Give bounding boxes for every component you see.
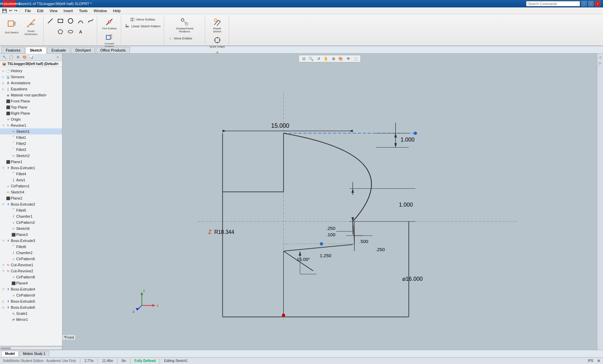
- sidebar-item-cirpattern8[interactable]: ○ CirPattern8: [0, 274, 62, 280]
- sidebar-icon-2[interactable]: 📋: [8, 54, 14, 60]
- display-delete-relations-button[interactable]: Display/Delete Relations: [166, 16, 203, 34]
- sidebar-item-cut-revolve2[interactable]: ▽ ↻ Cut-Revolve2: [0, 268, 62, 274]
- sidebar-item-sensors[interactable]: ▷ 📡 Sensors: [0, 74, 62, 80]
- right-expand-btn[interactable]: ▷: [598, 61, 603, 65]
- quick-save-icon[interactable]: 💾: [1, 8, 8, 13]
- sidebar-item-material[interactable]: ◈ Material <not specified>: [0, 92, 62, 98]
- sidebar-item-plane1[interactable]: ⬛ Plane1: [0, 159, 62, 165]
- tab-dimxpert[interactable]: DimXpert: [71, 47, 95, 53]
- ellipse-button[interactable]: [66, 27, 75, 36]
- sidebar-item-top-plane[interactable]: ⬛ Top Plane: [0, 104, 62, 110]
- sidebar-item-sketch1[interactable]: ✏ Sketch1: [0, 128, 62, 134]
- menu-help[interactable]: Help: [110, 8, 124, 13]
- menu-edit[interactable]: Edit: [34, 8, 46, 13]
- sidebar-item-annotations[interactable]: ▷ A Annotations: [0, 80, 62, 86]
- part-title[interactable]: 📦 TSLbogger38(left half) (Default<: [0, 61, 62, 67]
- sidebar-item-cirpattern9[interactable]: ○ CirPattern9: [0, 292, 62, 298]
- tab-sketch[interactable]: Sketch: [25, 47, 46, 54]
- sidebar-item-origin[interactable]: ✛ Origin: [0, 116, 62, 122]
- sidebar-item-mirror1[interactable]: ⇌ Mirror1: [0, 316, 62, 323]
- sidebar-item-sketch6[interactable]: ✏ Sketch6: [0, 225, 62, 232]
- quick-snaps-button[interactable]: Quick Snaps: [208, 34, 226, 50]
- sidebar-item-chamfer1[interactable]: / Chamfer1: [0, 213, 62, 219]
- line-button[interactable]: [46, 16, 55, 26]
- sidebar-item-chamfer2[interactable]: / Chamfer2: [0, 250, 62, 256]
- sidebar-item-history[interactable]: ▷ 🕐 History: [0, 68, 62, 74]
- text-button[interactable]: A: [76, 27, 85, 36]
- sidebar-item-fillet1[interactable]: ⌒ Fillet1: [0, 134, 62, 141]
- sidebar-scrollbar[interactable]: [0, 346, 62, 350]
- canvas-area[interactable]: ⊡ 🔍 ↺ ✋ ⊞ 🎨 👁 ⬚: [62, 54, 597, 350]
- sidebar-item-plane2[interactable]: ⬛ Plane2: [0, 195, 62, 201]
- scroll-track[interactable]: [0, 347, 62, 350]
- sidebar-expand-btn[interactable]: »: [55, 54, 61, 60]
- sidebar-item-boss-extrude2[interactable]: ▽ ⬆ Boss-Extrude2: [0, 201, 62, 207]
- sidebar-item-fillet5[interactable]: ⌒ Fillet5: [0, 207, 62, 213]
- sidebar-item-boss-extrude3[interactable]: ▽ ⬆ Boss-Extrude3: [0, 238, 62, 244]
- close-button[interactable]: ×: [595, 1, 600, 6]
- sidebar-item-fillet3[interactable]: ⌒ Fillet3: [0, 147, 62, 153]
- sidebar-item-sketch4[interactable]: ✏ Sketch4: [0, 189, 62, 195]
- sidebar-item-fillet6[interactable]: ⌒ Fillet6: [0, 244, 62, 250]
- menu-tools[interactable]: Tools: [76, 8, 90, 13]
- sidebar-item-cut-revolve1[interactable]: ▽ ↻ Cut-Revolve1: [0, 262, 62, 268]
- search-input[interactable]: [526, 1, 580, 6]
- display-style-btn[interactable]: 🎨: [337, 56, 344, 62]
- settings-btn[interactable]: ⚙: [597, 359, 600, 363]
- tab-features[interactable]: Features: [1, 47, 25, 53]
- zoom-in-btn[interactable]: 🔍: [308, 56, 314, 62]
- sidebar-item-plane3[interactable]: ⬛ Plane3: [0, 232, 62, 238]
- redo-icon[interactable]: ↪: [13, 8, 18, 13]
- tab-motion-study[interactable]: Motion Study 1: [19, 351, 49, 356]
- move-entities-button[interactable]: ↕ Move Entities: [166, 35, 203, 42]
- arc-button[interactable]: [76, 16, 85, 26]
- undo-icon[interactable]: ↩: [8, 8, 13, 13]
- tab-evaluate[interactable]: Evaluate: [47, 47, 71, 53]
- sidebar-icon-3[interactable]: ⚙: [15, 54, 21, 60]
- circle-button[interactable]: [66, 16, 75, 26]
- sidebar-icon-4[interactable]: 🎨: [22, 54, 28, 60]
- trim-entities-button[interactable]: Trim Entities: [100, 16, 118, 31]
- repair-sketch-button[interactable]: Repair Sketch: [207, 16, 227, 34]
- sidebar-icon-1[interactable]: 🔧: [1, 54, 7, 60]
- polygon-button[interactable]: [56, 27, 65, 36]
- restore-button[interactable]: □: [588, 1, 594, 6]
- sidebar-icon-5[interactable]: 📊: [28, 54, 34, 60]
- sidebar-item-front-plane[interactable]: ⬛ Front Plane: [0, 98, 62, 104]
- linear-sketch-pattern-button[interactable]: Linear Sketch Pattern: [123, 23, 162, 30]
- sidebar-item-equations[interactable]: ▷ ∑ Equations: [0, 86, 62, 92]
- sidebar-item-cirpattern6[interactable]: ○ CirPattern6: [0, 256, 62, 262]
- hide-show-btn[interactable]: 👁: [345, 56, 352, 62]
- standard-views-btn[interactable]: ⊞: [330, 56, 337, 62]
- rotate-btn[interactable]: ↺: [315, 56, 322, 62]
- sidebar-item-sketch2[interactable]: ✏ Sketch2: [0, 153, 62, 159]
- menu-insert[interactable]: Insert: [61, 8, 76, 13]
- scroll-thumb[interactable]: [1, 347, 11, 350]
- mirror-entities-button[interactable]: Mirror Entities: [129, 16, 157, 23]
- spline-button[interactable]: [86, 16, 95, 26]
- menu-view[interactable]: View: [47, 8, 60, 13]
- sidebar-item-revolve1[interactable]: ▽ ↻ Revolve1: [0, 122, 62, 128]
- minimize-button[interactable]: −: [581, 1, 587, 6]
- sidebar-item-plane4[interactable]: ⬛ Plane4: [0, 280, 62, 286]
- sidebar-item-boss-extrude5[interactable]: ▷ ⬆ Boss-Extrude5: [0, 298, 62, 304]
- right-collapse-btn[interactable]: ◁: [598, 55, 603, 60]
- sidebar-item-axis1[interactable]: | Axis1: [0, 177, 62, 183]
- pan-btn[interactable]: ✋: [323, 56, 329, 62]
- section-view-btn[interactable]: ⬚: [352, 56, 359, 62]
- tab-model[interactable]: Model: [1, 351, 19, 356]
- sidebar-item-cirpattern1[interactable]: ○ CirPattern1: [0, 183, 62, 189]
- sidebar-item-boss-extrude1[interactable]: ▽ ⬆ Boss-Extrude1: [0, 165, 62, 171]
- sketch-canvas[interactable]: 15.000 1.000 Σ R18.344 1.000 .250: [62, 54, 597, 350]
- menu-window[interactable]: Window: [91, 8, 110, 13]
- tab-office-products[interactable]: Office Products: [96, 47, 130, 53]
- exit-sketch-button[interactable]: Exit Sketch: [3, 18, 20, 35]
- sidebar-item-fillet2[interactable]: ⌒ Fillet2: [0, 141, 62, 147]
- smart-dimension-button[interactable]: dim Smart Dimension: [21, 16, 41, 37]
- rectangle-button[interactable]: [56, 16, 65, 26]
- sidebar-item-boss-extrude6[interactable]: ▷ ⬆ Boss-Extrude6: [0, 304, 62, 310]
- sidebar-item-boss-extrude4[interactable]: ▽ ⬆ Boss-Extrude4: [0, 286, 62, 292]
- sidebar-item-scale1[interactable]: ⤡ Scale1: [0, 310, 62, 316]
- zoom-to-fit-btn[interactable]: ⊡: [300, 56, 307, 62]
- menu-file[interactable]: File: [22, 8, 34, 13]
